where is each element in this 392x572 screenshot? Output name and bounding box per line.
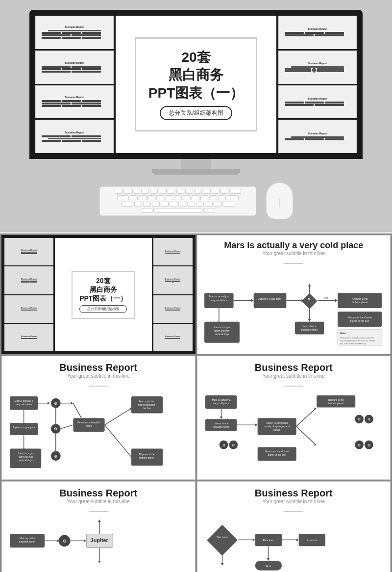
left-slide-column: Business Report Business Report (35, 16, 114, 153)
svg-marker-124 (84, 540, 86, 543)
cell4-subtitle: Your great subtitle in this line (9, 499, 188, 504)
svg-text:Note:: Note: (340, 332, 346, 335)
cell5-title: Business Report (204, 488, 384, 499)
key (209, 195, 217, 200)
key (134, 202, 142, 207)
monitor-screen: Business Report Business Report (35, 16, 357, 153)
svg-text:giant and has: giant and has (214, 329, 229, 332)
monitor-center: 20套 黑白商务 PPT图表（一） 总分关系/组织架构图 (116, 16, 276, 153)
preview-slide-1: Business Report (4, 238, 53, 265)
key (200, 195, 208, 200)
cell1-title: Mars is actually a very cold place (203, 240, 385, 251)
preview-slide-2: Business Report (4, 266, 53, 294)
flowchart-cell-1: Mars is actually a very cold place Your … (197, 235, 391, 354)
key (117, 195, 129, 200)
svg-marker-142 (267, 558, 270, 561)
cell1-subtitle: Your great subtitle in this line (203, 251, 385, 256)
preview-tag: 总分关系/组织架构图 (79, 305, 127, 313)
svg-marker-134 (252, 539, 255, 542)
key (141, 189, 149, 194)
svg-text:⚙: ⚙ (54, 427, 57, 431)
svg-line-96 (296, 426, 316, 445)
svg-text:Venus has a: Venus has a (302, 325, 316, 328)
svg-text:Neptune is the: Neptune is the (351, 297, 368, 300)
svg-text:helium: helium (273, 429, 280, 431)
key (196, 202, 204, 207)
svg-text:planet to the Sun: planet to the Sun (350, 319, 369, 322)
svg-text:several rings: several rings (19, 459, 33, 462)
flowchart-2-svg: Mars is actually a very cold place ⚙ Jup… (9, 391, 188, 471)
slide-thumb-3: Business Report (35, 85, 114, 119)
preview-slide-7: Business Report (153, 295, 193, 323)
key (130, 195, 138, 200)
svg-marker-12 (335, 299, 337, 302)
svg-text:⚙: ⚙ (358, 417, 361, 421)
key (165, 195, 173, 200)
svg-text:farthest planet: farthest planet (328, 402, 344, 405)
svg-text:Jupiter is a gas giant: Jupiter is a gas giant (258, 297, 281, 300)
svg-text:farthest planet: farthest planet (139, 457, 155, 459)
preview-line3: PPT图表（一） (79, 294, 127, 303)
svg-text:closest planet to: closest planet to (138, 404, 156, 406)
svg-text:Mercury is the closest: Mercury is the closest (265, 451, 289, 453)
preview-line2: 黑白商务 (79, 286, 127, 294)
svg-text:⚙: ⚙ (367, 443, 370, 447)
key (176, 189, 184, 194)
mouse (266, 182, 293, 219)
svg-text:Neptune is the: Neptune is the (328, 399, 343, 401)
svg-text:No: No (308, 298, 311, 301)
flowchart-4-svg: Mercury is the smallest planet ⚙ Jupiter (9, 517, 188, 572)
svg-marker-89 (255, 423, 257, 426)
preview-slide-3: Business Report (4, 295, 53, 323)
svg-text:second planet from the Sun. It: second planet from the Sun. It's terribl… (340, 339, 375, 342)
flowchart-cell-2: Business Report Your great subtitle in t… (1, 356, 196, 480)
cell3-subtitle: Your great subtitle in this line (204, 373, 384, 379)
svg-text:Process: Process (306, 539, 317, 542)
monitor-stand-base (152, 169, 240, 175)
svg-marker-128 (98, 561, 101, 563)
key (212, 189, 220, 194)
center-content: 20套 黑白商务 PPT图表（一） 总分关系/组织架构图 (135, 37, 257, 131)
svg-text:very cold place: very cold place (213, 402, 229, 405)
svg-text:⚙: ⚙ (54, 401, 57, 406)
key (152, 202, 160, 207)
svg-text:beautiful name: beautiful name (301, 328, 318, 331)
svg-text:⚙: ⚙ (222, 443, 225, 447)
slide-thumb-5: Business Report (278, 16, 357, 49)
main-line2: 黑白商务 (148, 66, 244, 84)
key (222, 202, 234, 207)
cell2-title: Business Report (9, 362, 188, 373)
svg-text:Venus has a beautiful name and: Venus has a beautiful name and is the (340, 337, 374, 339)
svg-marker-4 (251, 299, 253, 302)
key (143, 202, 151, 207)
svg-text:⚙: ⚙ (367, 417, 370, 421)
svg-text:mostly of hydrogen and: mostly of hydrogen and (264, 425, 289, 428)
svg-marker-23 (308, 284, 311, 286)
key (159, 189, 167, 194)
preview-slide-5: Business Report (153, 238, 193, 265)
key (192, 195, 199, 200)
svg-text:Jupiter is a gas giant: Jupiter is a gas giant (13, 426, 35, 429)
key (161, 202, 169, 207)
key (194, 189, 202, 194)
svg-text:Saturn is a gas: Saturn is a gas (213, 326, 230, 329)
svg-text:Venus has a beautiful: Venus has a beautiful (77, 421, 100, 424)
svg-line-79 (61, 425, 74, 429)
svg-rect-5 (253, 293, 286, 308)
svg-rect-32 (204, 322, 240, 343)
cell3-decoration (284, 386, 303, 387)
svg-marker-42 (48, 402, 50, 405)
cell4-title: Business Report (9, 488, 188, 499)
key (156, 195, 164, 200)
svg-text:⚙: ⚙ (63, 539, 67, 544)
svg-text:Mars is actually a: Mars is actually a (15, 400, 33, 402)
svg-line-78 (73, 403, 81, 418)
svg-text:⚙: ⚙ (54, 454, 57, 459)
key (168, 189, 175, 194)
main-line3: PPT图表（一） (148, 84, 244, 102)
key-spacebar (153, 208, 202, 213)
key (203, 189, 211, 194)
svg-text:very cold place: very cold place (210, 299, 227, 302)
keyboard (99, 186, 256, 216)
cell2-decoration (89, 386, 108, 387)
